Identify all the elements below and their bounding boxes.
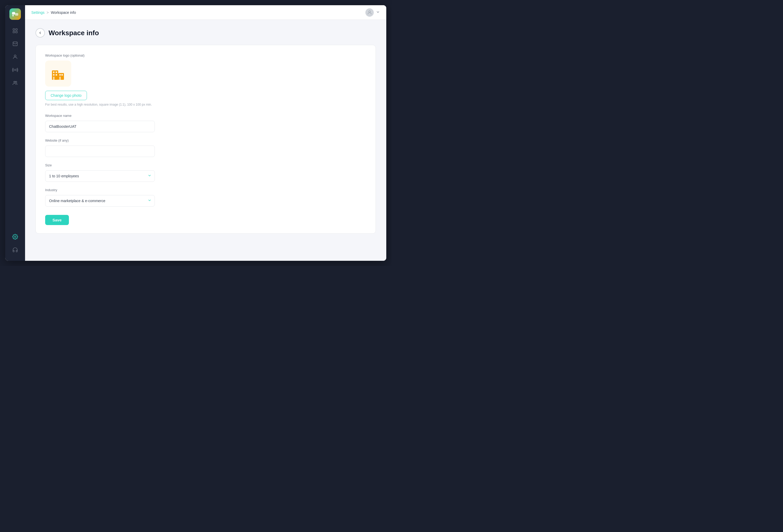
breadcrumb: Settings > Workspace info (31, 10, 76, 14)
sidebar-item-team[interactable] (9, 77, 21, 89)
logo-hint: For best results, use a high resolution,… (45, 103, 366, 106)
size-select[interactable]: 1 to 10 employees 11 to 50 employees 51 … (45, 170, 155, 182)
svg-rect-17 (56, 71, 57, 73)
breadcrumb-settings-link[interactable]: Settings (31, 10, 44, 14)
breadcrumb-current-page: Workspace info (51, 10, 76, 14)
svg-point-2 (12, 15, 14, 16)
industry-select[interactable]: Online marketplace & e-commerce Technolo… (45, 195, 155, 206)
sidebar-item-settings[interactable] (9, 231, 21, 242)
svg-rect-19 (56, 74, 57, 76)
workspace-info-card: Workspace logo (optional) (35, 45, 376, 234)
svg-rect-1 (15, 13, 18, 15)
sidebar-item-broadcast[interactable] (9, 64, 21, 76)
svg-rect-16 (53, 71, 55, 73)
sidebar (5, 5, 25, 261)
workspace-name-label: Workspace name (45, 114, 366, 118)
svg-rect-23 (59, 77, 61, 80)
svg-point-11 (15, 81, 17, 83)
app-logo[interactable] (9, 8, 21, 20)
logo-section: Workspace logo (optional) (45, 54, 366, 106)
sidebar-item-dashboard[interactable] (9, 25, 21, 36)
svg-rect-14 (52, 70, 58, 80)
website-label: Website (if any) (45, 138, 366, 142)
svg-point-8 (14, 55, 16, 57)
svg-point-13 (369, 11, 371, 12)
page-title: Workspace info (49, 29, 99, 37)
main-content: Settings > Workspace info (25, 5, 386, 261)
change-logo-button[interactable]: Change logo photo (45, 91, 87, 100)
save-button[interactable]: Save (45, 215, 69, 225)
svg-point-12 (14, 236, 16, 238)
workspace-name-input[interactable] (45, 121, 155, 132)
size-section: Size 1 to 10 employees 11 to 50 employee… (45, 163, 366, 182)
sidebar-item-contacts[interactable] (9, 51, 21, 63)
user-avatar[interactable] (366, 8, 374, 17)
website-input[interactable] (45, 145, 155, 157)
header: Settings > Workspace info (25, 5, 386, 20)
logo-preview (45, 61, 71, 87)
website-section: Website (if any) (45, 138, 366, 157)
svg-rect-22 (53, 77, 55, 80)
sidebar-item-inbox[interactable] (9, 38, 21, 49)
size-select-wrapper: 1 to 10 employees 11 to 50 employees 51 … (45, 170, 155, 182)
back-button[interactable] (35, 28, 45, 38)
logo-label: Workspace logo (optional) (45, 54, 366, 57)
page-header: Workspace info (35, 28, 376, 38)
svg-point-9 (14, 69, 16, 71)
svg-point-10 (14, 81, 15, 83)
sidebar-bottom (9, 231, 21, 258)
svg-rect-3 (13, 29, 14, 30)
header-user-area (366, 8, 380, 17)
svg-rect-4 (15, 29, 17, 30)
svg-rect-6 (15, 31, 17, 33)
workspace-name-section: Workspace name (45, 114, 366, 132)
industry-select-wrapper: Online marketplace & e-commerce Technolo… (45, 195, 155, 206)
svg-rect-21 (61, 74, 63, 76)
industry-label: Industry (45, 188, 366, 192)
svg-rect-5 (13, 31, 14, 33)
svg-rect-0 (12, 12, 15, 14)
size-label: Size (45, 163, 366, 167)
svg-rect-15 (58, 73, 64, 80)
breadcrumb-separator: > (47, 10, 49, 14)
svg-rect-18 (53, 74, 55, 76)
industry-section: Industry Online marketplace & e-commerce… (45, 188, 366, 206)
user-menu-chevron[interactable] (376, 10, 380, 15)
svg-rect-20 (59, 74, 61, 76)
sidebar-navigation (9, 25, 21, 231)
sidebar-item-help[interactable] (9, 244, 21, 256)
page-content: Workspace info Workspace logo (optional) (25, 20, 386, 261)
